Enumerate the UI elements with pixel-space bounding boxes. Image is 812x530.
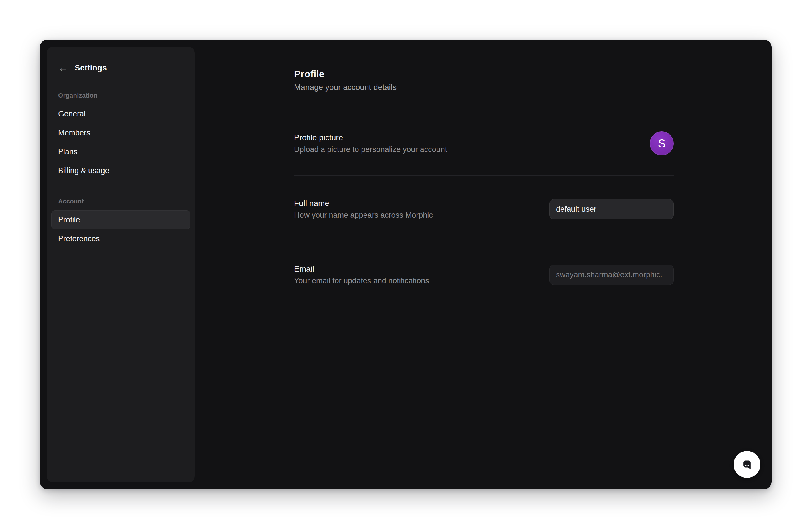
sidebar-item-preferences[interactable]: Preferences [51, 229, 190, 248]
full-name-row: Full name How your name appears across M… [294, 176, 674, 241]
profile-picture-text: Profile picture Upload a picture to pers… [294, 132, 447, 155]
chat-bubble-smile-icon [739, 456, 755, 472]
settings-sidebar: ← Settings Organization General Members … [47, 47, 195, 483]
email-label: Email [294, 263, 429, 275]
avatar-initial: S [658, 138, 666, 149]
sidebar-item-general[interactable]: General [51, 104, 190, 123]
settings-rows: Profile picture Upload a picture to pers… [294, 109, 674, 307]
page: ← Settings Organization General Members … [0, 0, 812, 530]
organization-nav: General Members Plans Billing & usage [47, 104, 195, 180]
settings-window: ← Settings Organization General Members … [40, 40, 772, 489]
full-name-input[interactable] [549, 199, 674, 220]
avatar[interactable]: S [650, 131, 674, 156]
sidebar-title: Settings [75, 63, 107, 72]
section-label-account: Account [58, 198, 183, 205]
sidebar-item-plans[interactable]: Plans [51, 142, 190, 161]
email-row: Email Your email for updates and notific… [294, 241, 674, 307]
profile-picture-row: Profile picture Upload a picture to pers… [294, 109, 674, 176]
email-description: Your email for updates and notifications [294, 275, 429, 286]
page-title: Profile [294, 67, 674, 80]
email-text: Email Your email for updates and notific… [294, 263, 429, 286]
full-name-description: How your name appears across Morphic [294, 209, 433, 221]
arrow-left-icon: ← [58, 62, 68, 74]
sidebar-item-label: Plans [58, 147, 77, 156]
sidebar-item-label: General [58, 109, 86, 118]
sidebar-item-members[interactable]: Members [51, 123, 190, 142]
chat-launcher-button[interactable] [734, 451, 760, 478]
sidebar-header: ← Settings [47, 59, 195, 76]
profile-picture-label: Profile picture [294, 132, 447, 144]
sidebar-item-label: Billing & usage [58, 166, 110, 175]
profile-picture-description: Upload a picture to personalize your acc… [294, 144, 447, 155]
back-button[interactable]: ← [57, 62, 69, 74]
sidebar-item-billing-usage[interactable]: Billing & usage [51, 161, 190, 180]
sidebar-item-label: Profile [58, 216, 80, 224]
profile-settings-panel: Profile Manage your account details Prof… [294, 67, 674, 307]
sidebar-item-profile[interactable]: Profile [51, 210, 190, 229]
page-subtitle: Manage your account details [294, 82, 674, 93]
account-nav: Profile Preferences [47, 210, 195, 248]
sidebar-item-label: Preferences [58, 234, 100, 243]
section-label-organization: Organization [58, 92, 183, 99]
full-name-text: Full name How your name appears across M… [294, 197, 433, 221]
email-input [549, 265, 674, 285]
sidebar-item-label: Members [58, 129, 90, 137]
full-name-label: Full name [294, 197, 433, 209]
